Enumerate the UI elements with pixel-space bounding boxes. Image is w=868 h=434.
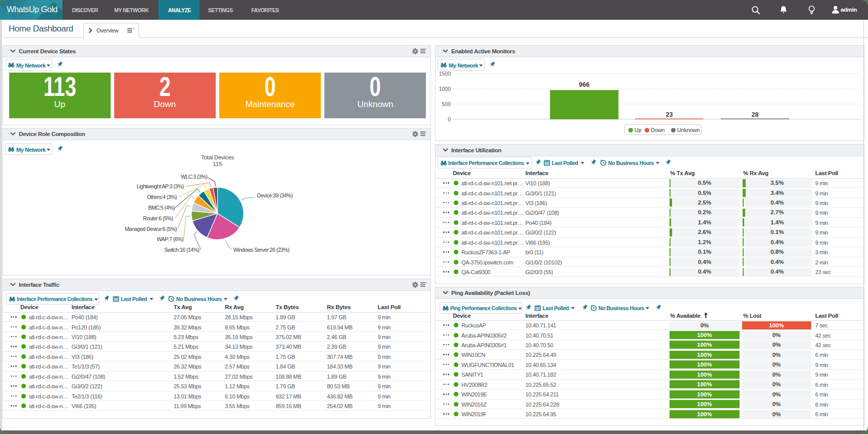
svg-text:Windows Server:26 (23%): Windows Server:26 (23%) — [233, 247, 289, 253]
svg-text:0: 0 — [448, 116, 451, 122]
svg-text:Device:39 (34%): Device:39 (34%) — [257, 192, 292, 198]
svg-text:1000: 1000 — [439, 86, 451, 92]
svg-text:Managed Device:6 (5%): Managed Device:6 (5%) — [125, 226, 177, 232]
svg-text:Router:6 (5%): Router:6 (5%) — [143, 215, 173, 221]
svg-text:500: 500 — [442, 101, 451, 107]
svg-text:Lightweight AP:3 (3%): Lightweight AP:3 (3%) — [137, 183, 184, 189]
svg-text:Others:4 (3%): Others:4 (3%) — [147, 194, 177, 200]
svg-text:115: 115 — [213, 161, 222, 167]
svg-text:23: 23 — [666, 111, 673, 118]
svg-text:1500: 1500 — [439, 71, 451, 77]
svg-text:WAP:7 (6%): WAP:7 (6%) — [157, 236, 183, 242]
svg-text:Total Devices: Total Devices — [201, 154, 234, 160]
svg-text:Switch:16 (14%): Switch:16 (14%) — [164, 247, 199, 253]
svg-text:BMC:5 (4%): BMC:5 (4%) — [148, 205, 175, 211]
svg-text:28: 28 — [752, 111, 759, 118]
svg-text:WLC:3 (3%): WLC:3 (3%) — [181, 174, 207, 180]
svg-text:966: 966 — [579, 81, 590, 88]
